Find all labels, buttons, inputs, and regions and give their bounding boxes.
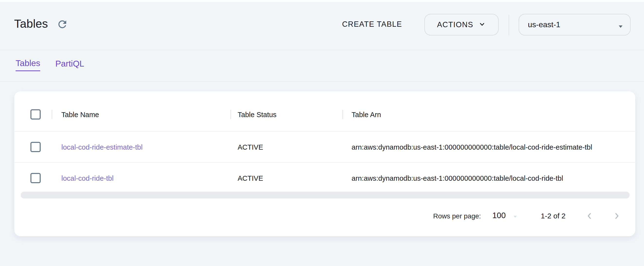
dynamodb-tables-page: { "header": { "title": "Tables", "create… xyxy=(0,0,644,266)
chevron-right-icon xyxy=(612,218,622,222)
tab-bar: Tables PartiQL xyxy=(16,58,84,71)
create-table-button[interactable]: CREATE TABLE xyxy=(342,14,402,34)
refresh-button[interactable] xyxy=(56,18,68,30)
row-checkbox[interactable] xyxy=(30,173,41,183)
chevron-left-icon xyxy=(584,218,594,222)
column-header-table-name: Table Name xyxy=(61,111,99,119)
table-status-value: ACTIVE xyxy=(238,174,263,182)
previous-page-button[interactable] xyxy=(584,211,595,222)
tab-tables[interactable]: Tables xyxy=(16,58,40,71)
rows-per-page-select[interactable]: 100 xyxy=(492,211,506,220)
column-separator xyxy=(52,110,52,119)
row-divider xyxy=(14,131,636,132)
row-divider xyxy=(14,162,636,163)
row-checkbox[interactable] xyxy=(30,142,41,152)
rows-per-page-label: Rows per page: xyxy=(433,212,481,220)
tables-card: Table Name Table Status Table Arn local-… xyxy=(14,91,636,236)
tabs-divider xyxy=(0,81,644,82)
header-divider xyxy=(0,50,644,50)
header-separator xyxy=(509,14,509,35)
column-header-table-arn: Table Arn xyxy=(352,111,381,119)
top-strip xyxy=(0,0,644,2)
select-all-checkbox[interactable] xyxy=(30,109,41,120)
table-arn-value: arn:aws:dynamodb:us-east-1:000000000000:… xyxy=(352,143,592,151)
column-header-table-status: Table Status xyxy=(238,111,276,119)
table-arn-value: arn:aws:dynamodb:us-east-1:000000000000:… xyxy=(352,174,563,182)
region-select-value: us-east-1 xyxy=(528,20,560,29)
table-status-value: ACTIVE xyxy=(238,143,263,151)
column-separator xyxy=(230,110,231,119)
column-separator xyxy=(342,110,343,119)
region-select[interactable]: us-east-1 xyxy=(518,14,630,35)
actions-button-label: ACTIONS xyxy=(437,20,473,29)
chevron-down-icon xyxy=(478,20,486,29)
pagination-range-label: 1-2 of 2 xyxy=(541,212,566,220)
next-page-button[interactable] xyxy=(611,211,622,222)
actions-button[interactable]: ACTIONS xyxy=(424,14,499,35)
dropdown-caret-icon xyxy=(618,23,624,31)
refresh-icon xyxy=(56,27,68,31)
table-name-link[interactable]: local-cod-ride-tbl xyxy=(61,174,114,182)
page-title: Tables xyxy=(14,17,48,31)
table-name-link[interactable]: local-cod-ride-estimate-tbl xyxy=(61,143,143,151)
horizontal-scrollbar[interactable] xyxy=(21,192,630,198)
tab-partiql[interactable]: PartiQL xyxy=(55,58,84,71)
rows-per-page-caret-icon xyxy=(512,214,518,221)
